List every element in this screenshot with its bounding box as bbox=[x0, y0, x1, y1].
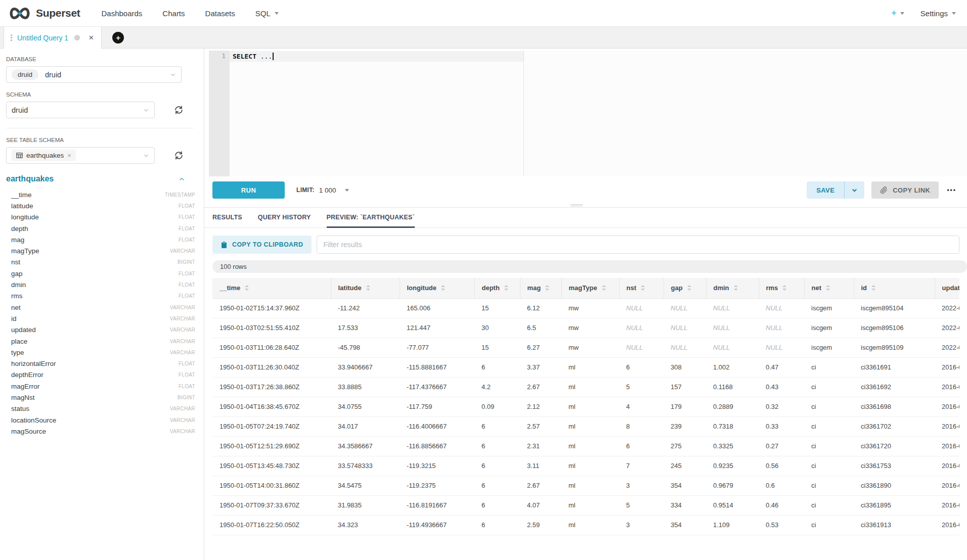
schema-column-type: VARCHAR bbox=[170, 406, 195, 411]
limit-dropdown[interactable]: LIMIT: 1 000 bbox=[296, 186, 349, 194]
new-item-dropdown[interactable]: + bbox=[891, 8, 904, 19]
nav-item-sql[interactable]: SQL bbox=[255, 9, 279, 18]
cell-dmin: 0.9514 bbox=[706, 495, 759, 515]
sql-lab-sidebar: DATABASE druid druid SCHEMA druid bbox=[0, 49, 204, 560]
sort-icon[interactable] bbox=[641, 285, 645, 291]
sort-icon[interactable] bbox=[826, 285, 830, 291]
results-tab-query-history[interactable]: QUERY HISTORY bbox=[258, 214, 311, 228]
column-header-longitude[interactable]: longitude bbox=[400, 278, 474, 298]
column-header-gap[interactable]: gap bbox=[664, 278, 706, 298]
schema-column-row: statusVARCHAR bbox=[11, 403, 195, 414]
nav-item-datasets[interactable]: Datasets bbox=[205, 9, 235, 18]
save-button[interactable]: SAVE bbox=[807, 181, 844, 199]
database-select[interactable]: druid druid bbox=[6, 66, 182, 83]
top-navbar: Superset DashboardsChartsDatasetsSQL + S… bbox=[0, 0, 967, 26]
sort-icon[interactable] bbox=[602, 285, 606, 291]
column-header-rms[interactable]: rms bbox=[759, 278, 804, 298]
cell-gap: 308 bbox=[664, 357, 706, 377]
results-tab-results[interactable]: RESULTS bbox=[212, 214, 242, 228]
cell-rms: 0.46 bbox=[759, 495, 804, 515]
column-header-net[interactable]: net bbox=[804, 278, 854, 298]
remove-value-icon[interactable]: × bbox=[67, 152, 71, 159]
main-nav: DashboardsChartsDatasetsSQL bbox=[101, 9, 278, 18]
filter-results-input[interactable] bbox=[317, 236, 959, 254]
cell-id: ci3361913 bbox=[854, 515, 935, 535]
sort-icon[interactable] bbox=[734, 285, 738, 291]
query-tab[interactable]: Untitled Query 1 × bbox=[4, 27, 102, 49]
plus-icon: + bbox=[116, 34, 120, 41]
sort-icon[interactable] bbox=[366, 285, 370, 291]
query-tab-label: Untitled Query 1 bbox=[17, 34, 68, 42]
nav-item-dashboards[interactable]: Dashboards bbox=[101, 9, 142, 18]
refresh-icon[interactable] bbox=[174, 151, 184, 160]
column-header-__time[interactable]: __time bbox=[212, 278, 331, 298]
schema-column-name: id bbox=[11, 315, 17, 322]
sort-icon[interactable] bbox=[545, 285, 549, 291]
cell-updated: 2016-0 bbox=[935, 456, 959, 476]
cell-id: ci3361890 bbox=[854, 476, 935, 495]
column-header-id[interactable]: id bbox=[854, 278, 935, 298]
cell-dmin: 0.9235 bbox=[706, 456, 759, 476]
cell-nst: 8 bbox=[619, 416, 664, 436]
new-query-tab-button[interactable]: + bbox=[112, 32, 124, 43]
drag-handle-icon[interactable] bbox=[11, 34, 12, 41]
refresh-icon[interactable] bbox=[174, 105, 184, 115]
table-value: earthquakes bbox=[26, 152, 64, 159]
sort-icon[interactable] bbox=[441, 285, 445, 291]
copy-to-clipboard-button[interactable]: COPY TO CLIPBOARD bbox=[212, 236, 312, 254]
schema-column-row: updatedVARCHAR bbox=[11, 324, 195, 336]
cell-dmin: 0.7318 bbox=[706, 416, 759, 436]
sort-icon[interactable] bbox=[504, 285, 508, 291]
column-header-mag[interactable]: mag bbox=[520, 278, 561, 298]
settings-dropdown[interactable]: Settings bbox=[920, 9, 956, 18]
column-header-magType[interactable]: magType bbox=[561, 278, 619, 298]
column-header-latitude[interactable]: latitude bbox=[331, 278, 400, 298]
cell-id: ci3361720 bbox=[854, 436, 935, 456]
column-header-label: dmin bbox=[714, 284, 729, 292]
cell-magType: ml bbox=[561, 515, 619, 535]
column-header-label: magType bbox=[569, 284, 597, 292]
cell-magType: ml bbox=[561, 416, 619, 436]
table-columns-list: __timeTIMESTAMPlatitudeFLOATlongitudeFLO… bbox=[6, 189, 195, 437]
schema-column-type: FLOAT bbox=[179, 237, 195, 243]
column-header-dmin[interactable]: dmin bbox=[706, 278, 759, 298]
cell-latitude: 34.0755 bbox=[331, 397, 400, 416]
cell-updated: 2016-0 bbox=[935, 377, 959, 397]
table-select[interactable]: earthquakes × bbox=[6, 147, 155, 164]
results-tab-preview-earthquakes[interactable]: PREVIEW: `EARTHQUAKES` bbox=[327, 214, 415, 228]
sort-icon[interactable] bbox=[687, 285, 691, 291]
cell-rms: 0.33 bbox=[759, 416, 804, 436]
cell-magType: ml bbox=[561, 436, 619, 456]
cell-longitude: -116.8191667 bbox=[400, 495, 474, 515]
copy-link-button[interactable]: COPY LINK bbox=[871, 181, 939, 199]
collapse-chevron-up-icon[interactable] bbox=[179, 176, 185, 182]
column-header-nst[interactable]: nst bbox=[619, 278, 664, 298]
sort-icon[interactable] bbox=[782, 285, 786, 291]
query-status-dot bbox=[74, 35, 80, 40]
run-button[interactable]: RUN bbox=[212, 181, 285, 199]
superset-logo[interactable]: Superset bbox=[8, 6, 80, 21]
table-grid-icon bbox=[16, 152, 23, 159]
nav-item-label: Charts bbox=[162, 9, 185, 18]
limit-label: LIMIT: bbox=[296, 186, 315, 194]
cell-id: ci3361692 bbox=[854, 377, 935, 397]
table-row: 1950-01-03T02:51:55.410Z17.533121.447306… bbox=[212, 318, 959, 338]
schema-select[interactable]: druid bbox=[6, 102, 155, 118]
sort-icon[interactable] bbox=[245, 285, 249, 291]
plus-icon: + bbox=[891, 8, 897, 19]
results-table: __timelatitudelongitudedepthmagmagTypens… bbox=[212, 278, 959, 535]
row-count-badge: 100 rows bbox=[212, 260, 967, 273]
cell-depth: 6 bbox=[474, 495, 520, 515]
sort-icon[interactable] bbox=[871, 285, 875, 291]
column-header-depth[interactable]: depth bbox=[474, 278, 520, 298]
text-cursor bbox=[273, 53, 274, 60]
pane-splitter[interactable] bbox=[204, 204, 967, 208]
column-header-updated[interactable]: updated bbox=[935, 278, 959, 298]
editor-pane-splitter[interactable] bbox=[523, 51, 967, 176]
editor-code-area[interactable]: SELECT ... bbox=[230, 51, 523, 176]
close-icon[interactable]: × bbox=[89, 33, 94, 42]
save-options-button[interactable] bbox=[845, 181, 864, 199]
more-actions-button[interactable]: ••• bbox=[947, 186, 956, 194]
schema-column-type: FLOAT bbox=[179, 361, 195, 366]
nav-item-charts[interactable]: Charts bbox=[162, 9, 185, 18]
